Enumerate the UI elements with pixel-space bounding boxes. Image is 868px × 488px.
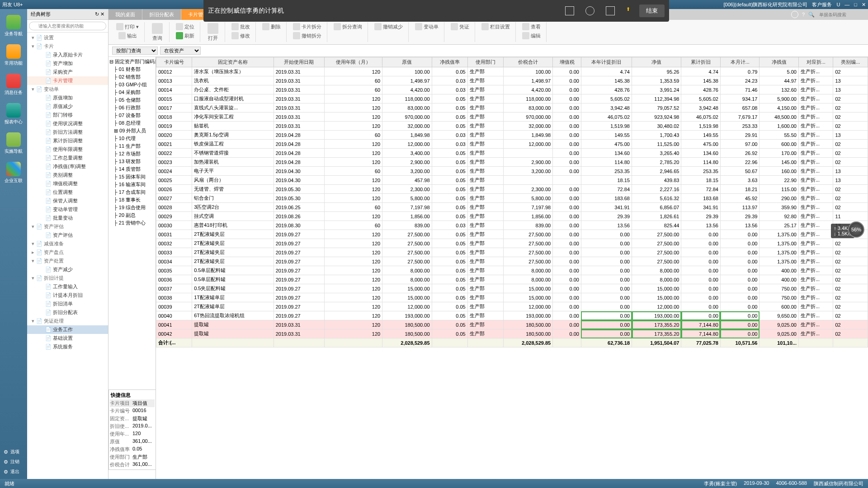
grid-cell[interactable]: 1T配液罐单层	[192, 293, 274, 302]
grid-cell[interactable]: 00033	[156, 248, 192, 257]
grid-cell[interactable]: 02	[833, 140, 868, 149]
grid-cell[interactable]: 173,355.20	[632, 320, 681, 329]
grid-cell[interactable]: 不锈钢管道焊接	[192, 149, 274, 158]
grid-cell[interactable]: 生产部	[467, 185, 503, 194]
grid-cell[interactable]: 72.84	[681, 185, 721, 194]
view-button[interactable]: 查看	[520, 22, 542, 31]
grid-cell[interactable]: 7,197.98	[382, 203, 432, 212]
grid-cell[interactable]: 2019.04.30	[274, 176, 324, 185]
grid-cell[interactable]: 120	[324, 284, 382, 293]
grid-cell[interactable]: 170.00	[760, 149, 799, 158]
tree-node[interactable]: 📄 折旧方法调整	[27, 128, 108, 136]
grid-cell[interactable]: 02	[833, 275, 868, 284]
grid-cell[interactable]: 生产折...	[798, 230, 833, 239]
grid-cell[interactable]: 15,000.00	[503, 284, 552, 293]
grid-cell[interactable]	[553, 176, 581, 185]
grid-cell[interactable]: 120	[324, 266, 382, 275]
grid-cell[interactable]: 0.5单层配料罐	[192, 266, 274, 275]
barcode-search-input[interactable]	[818, 11, 863, 18]
grid-cell[interactable]: 生产部	[467, 275, 503, 284]
speed-circle[interactable]: 56%	[848, 221, 864, 238]
table-row[interactable]: 00017直线式八头灌装旋...2019.03.3112083,000.000.…	[156, 103, 868, 113]
grid-cell[interactable]: 27,500.00	[503, 239, 552, 248]
tree-node[interactable]: 📄 原值减少	[27, 102, 108, 111]
grid-cell[interactable]: 8,000.00	[382, 275, 432, 284]
grid-cell[interactable]: 0.00	[553, 167, 581, 176]
table-row[interactable]: 000332T配液罐夹层2019.09.2712027,500.000.05生产…	[156, 248, 868, 257]
grid-cell[interactable]: 120	[324, 176, 382, 185]
grid-cell[interactable]: 0.00	[553, 158, 581, 167]
grid-cell[interactable]: 0.00	[581, 266, 632, 275]
close-icon[interactable]: ✕	[862, 2, 866, 8]
grid-cell[interactable]: 120	[324, 113, 382, 122]
grid-cell[interactable]: 5,605.02	[581, 94, 632, 103]
dept-node[interactable]: ├ 20 副总	[109, 211, 155, 219]
grid-cell[interactable]: 839.00	[503, 221, 552, 230]
grid-cell[interactable]: 95.26	[632, 67, 681, 76]
grid-cell[interactable]: 00035	[156, 266, 192, 275]
grid-cell[interactable]: 0.5单层配料罐	[192, 275, 274, 284]
grid-cell[interactable]: 2019.09.27	[274, 230, 324, 239]
grid-cell[interactable]: 83,000.00	[503, 103, 552, 113]
grid-cell[interactable]: 4,150.00	[760, 103, 799, 113]
grid-cell[interactable]: 生产折...	[798, 149, 833, 158]
grid-cell[interactable]: 风扇（两台）	[192, 176, 274, 185]
grid-cell[interactable]: 2019.03.31	[274, 320, 324, 329]
grid-cell[interactable]: 5.00	[760, 67, 799, 76]
table-row[interactable]: 000392T配液罐单层2019.09.2712012,000.000.05生产…	[156, 302, 868, 311]
grid-cell[interactable]: 洗衣机	[192, 76, 274, 85]
grid-cell[interactable]: 149.55	[581, 131, 632, 140]
tree-node[interactable]: 📄 使用年限调整	[27, 145, 108, 154]
grid-cell[interactable]: 生产折...	[798, 103, 833, 113]
grid-cell[interactable]: 生产折...	[798, 302, 833, 311]
grid-cell[interactable]: 115.00	[760, 185, 799, 194]
tree-node[interactable]: 📄 位置调整	[27, 188, 108, 197]
grid-cell[interactable]: 48,500.00	[760, 113, 799, 122]
grid-cell[interactable]: 2,300.00	[503, 185, 552, 194]
tree-node[interactable]: 📄 净残值(率)调整	[27, 162, 108, 171]
grid-cell[interactable]: 生产部	[467, 158, 503, 167]
grid-cell[interactable]: 100.00	[503, 67, 552, 76]
end-remote-button[interactable]: 结束	[639, 5, 665, 17]
tree-node[interactable]: 📄 资产减少	[27, 265, 108, 274]
grid-cell[interactable]: 02	[833, 293, 868, 302]
grid-cell[interactable]: 2019.09.27	[274, 293, 324, 302]
grid-cell[interactable]: 2019.03.31	[274, 94, 324, 103]
grid-cell[interactable]: 生产部	[467, 257, 503, 266]
grid-cell[interactable]: 0.03	[432, 76, 467, 85]
dept-node[interactable]: ├ 10 代理	[109, 135, 155, 142]
grid-cell[interactable]: 0.05	[432, 203, 467, 212]
table-row[interactable]: 000312T配液罐夹层2019.09.2712027,500.000.05生产…	[156, 230, 868, 239]
pin-icon[interactable]: ⬆	[626, 6, 630, 15]
grid-cell[interactable]: 生产折...	[798, 131, 833, 140]
grid-cell[interactable]: 341.91	[581, 203, 632, 212]
grid-cell[interactable]: 0.00	[581, 320, 632, 329]
grid-cell[interactable]: 2019.04.30	[274, 167, 324, 176]
grid-cell[interactable]: 02	[833, 302, 868, 311]
column-header[interactable]: 开始使用日期	[274, 57, 324, 67]
grid-cell[interactable]: 00032	[156, 239, 192, 248]
grid-cell[interactable]: 0.00	[553, 320, 581, 329]
edit-button[interactable]: 编辑	[520, 31, 542, 40]
tree-node[interactable]: ▾📄 凭证处理	[27, 317, 108, 325]
grid-cell[interactable]: 46,075.02	[581, 113, 632, 122]
grid-cell[interactable]: 0.05	[432, 248, 467, 257]
grid-cell[interactable]: 1,375.00	[760, 239, 799, 248]
grid-cell[interactable]: 0.00	[581, 302, 632, 311]
column-header[interactable]: 价税合计	[503, 57, 552, 67]
grid-cell[interactable]: 生产折...	[798, 257, 833, 266]
refresh-button[interactable]: 刷新	[174, 31, 196, 40]
grid-cell[interactable]: 0.05	[432, 230, 467, 239]
change-form-button[interactable]: 变动单	[413, 22, 440, 31]
grid-cell[interactable]: 0.00	[581, 257, 632, 266]
grid-cell[interactable]: 0.00	[553, 67, 581, 76]
grid-cell[interactable]: 7,144.80	[681, 320, 721, 329]
tree-node[interactable]: 📄 系统服务	[27, 343, 108, 351]
column-header[interactable]: 原值	[382, 57, 432, 67]
grid-cell[interactable]: 183.68	[581, 194, 632, 203]
grid-cell[interactable]: 3匹空调2台	[192, 203, 274, 212]
data-grid[interactable]: 卡片编号固定资产名称开始使用日期使用年限（月）原值净残值率使用部门价税合计增值税…	[156, 57, 868, 479]
grid-cell[interactable]: 0.00	[581, 284, 632, 293]
grid-cell[interactable]: 180,500.00	[382, 320, 432, 329]
grid-cell[interactable]: 134.60	[681, 149, 721, 158]
